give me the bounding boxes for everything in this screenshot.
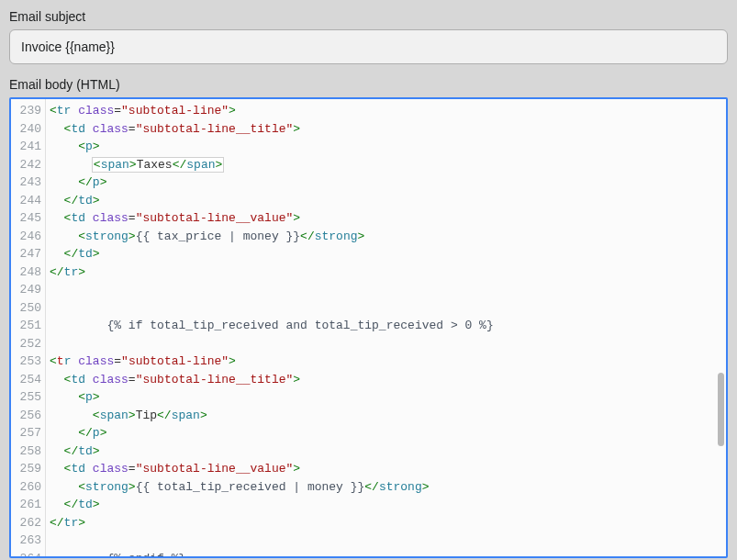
scrollbar-thumb[interactable] — [718, 373, 724, 446]
code-line[interactable]: </td> — [50, 245, 726, 263]
line-number: 254 — [11, 371, 45, 389]
line-number: 253 — [11, 353, 45, 371]
code-line[interactable]: </tr> — [50, 263, 726, 282]
line-number: 263 — [11, 532, 45, 550]
line-number: 260 — [11, 478, 45, 497]
line-number: 252 — [11, 335, 45, 353]
code-line[interactable] — [50, 532, 726, 550]
code-line[interactable]: <tr class="subtotal-line"> — [50, 353, 726, 371]
code-line[interactable]: <tr class="subtotal-line"> — [50, 102, 726, 120]
code-line[interactable]: </tr> — [50, 514, 726, 532]
code-line[interactable]: </td> — [50, 192, 726, 210]
line-number: 261 — [11, 496, 45, 514]
code-line[interactable]: <p> — [50, 388, 726, 407]
body-label: Email body (HTML) — [9, 77, 728, 92]
subject-field-group: Email subject — [9, 9, 728, 64]
code-line[interactable]: <td class="subtotal-line__title"> — [50, 371, 726, 389]
code-line[interactable]: <td class="subtotal-line__value"> — [50, 209, 726, 228]
line-number: 246 — [11, 228, 45, 246]
line-number: 257 — [11, 424, 45, 442]
line-number: 264 — [11, 550, 45, 557]
vertical-scrollbar[interactable] — [713, 101, 724, 554]
code-line[interactable]: </p> — [50, 174, 726, 192]
line-number-gutter: 2392402412422432442452462472482492502512… — [11, 99, 46, 556]
code-line[interactable]: {% endif %} — [50, 550, 726, 557]
line-number: 250 — [11, 299, 45, 318]
code-line[interactable]: </td> — [50, 442, 726, 461]
line-number: 259 — [11, 460, 45, 478]
line-number: 248 — [11, 263, 45, 282]
code-line[interactable]: </td> — [50, 496, 726, 514]
code-line[interactable] — [50, 281, 726, 299]
line-number: 262 — [11, 514, 45, 532]
line-number: 244 — [11, 192, 45, 210]
line-number: 242 — [11, 156, 45, 174]
subject-label: Email subject — [9, 9, 728, 24]
line-number: 249 — [11, 281, 45, 299]
code-line[interactable] — [50, 299, 726, 318]
code-line[interactable]: <p> — [50, 138, 726, 156]
code-line[interactable]: <span>Taxes</span> — [50, 156, 726, 174]
code-line[interactable]: <td class="subtotal-line__title"> — [50, 120, 726, 139]
code-line[interactable]: </p> — [50, 424, 726, 442]
code-area[interactable]: <tr class="subtotal-line"> <td class="su… — [46, 99, 726, 556]
line-number: 258 — [11, 442, 45, 461]
code-line[interactable]: <span>Tip</span> — [50, 407, 726, 425]
code-line[interactable] — [50, 335, 726, 353]
subject-input[interactable] — [9, 29, 728, 64]
line-number: 256 — [11, 407, 45, 425]
code-editor[interactable]: 2392402412422432442452462472482492502512… — [9, 97, 728, 558]
code-line[interactable]: <strong>{{ tax_price | money }}</strong> — [50, 228, 726, 246]
body-field-group: Email body (HTML) 2392402412422432442452… — [9, 77, 728, 558]
line-number: 245 — [11, 209, 45, 228]
line-number: 251 — [11, 317, 45, 335]
code-line[interactable]: <td class="subtotal-line__value"> — [50, 460, 726, 478]
line-number: 243 — [11, 174, 45, 192]
line-number: 241 — [11, 138, 45, 156]
code-line[interactable]: {% if total_tip_received and total_tip_r… — [50, 317, 726, 335]
line-number: 239 — [11, 102, 45, 120]
line-number: 255 — [11, 388, 45, 407]
line-number: 240 — [11, 120, 45, 139]
code-line[interactable]: <strong>{{ total_tip_received | money }}… — [50, 478, 726, 497]
line-number: 247 — [11, 245, 45, 263]
